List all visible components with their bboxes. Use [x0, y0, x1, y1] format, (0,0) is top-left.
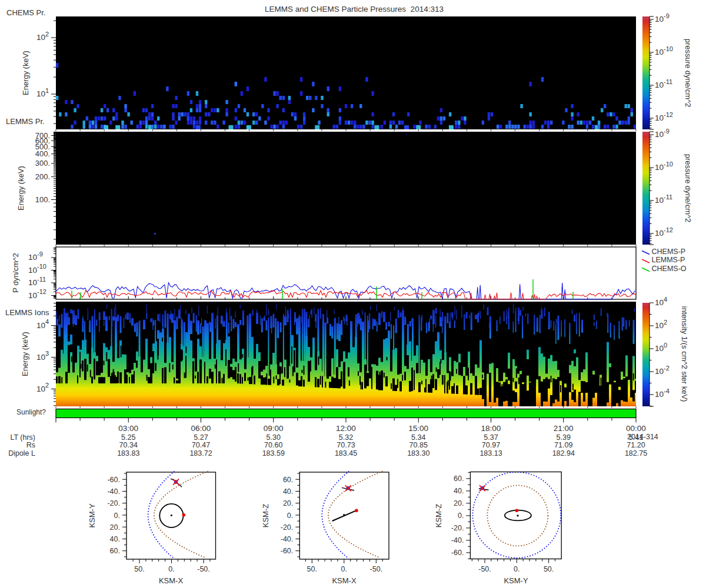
svg-text:-60.: -60.	[281, 547, 294, 555]
svg-text:5.37: 5.37	[484, 433, 498, 442]
svg-text:183.45: 183.45	[335, 449, 357, 457]
svg-text:20.: 20.	[454, 499, 464, 507]
svg-text:CHEMS Pr.: CHEMS Pr.	[6, 8, 45, 17]
svg-text:18:00: 18:00	[481, 424, 501, 433]
svg-text:50.: 50.	[307, 565, 317, 573]
svg-text:0.: 0.	[168, 565, 174, 573]
svg-text:70.73: 70.73	[337, 441, 355, 449]
svg-text:0.: 0.	[458, 512, 464, 520]
svg-text:-20.: -20.	[451, 524, 464, 532]
svg-text:KSM-Z: KSM-Z	[261, 504, 270, 528]
svg-text:182.94: 182.94	[552, 449, 575, 457]
svg-text:03:00: 03:00	[118, 424, 138, 433]
svg-text:-40.: -40.	[107, 487, 120, 496]
svg-text:LEMMS and CHEMS Particle Press: LEMMS and CHEMS Particle Pressures 2014:…	[265, 5, 444, 14]
svg-text:12:00: 12:00	[336, 424, 356, 433]
svg-text:LEMMS Ions: LEMMS Ions	[5, 308, 49, 317]
svg-text:Sunlight?: Sunlight?	[16, 408, 46, 416]
svg-text:100.: 100.	[35, 195, 50, 204]
svg-text:21:00: 21:00	[554, 424, 574, 433]
svg-text:09:00: 09:00	[264, 424, 284, 433]
svg-text:-40.: -40.	[281, 535, 294, 543]
svg-text:-20.: -20.	[107, 499, 120, 507]
svg-text:0.: 0.	[114, 512, 120, 520]
svg-text:pressure dyne/cm^2: pressure dyne/cm^2	[684, 39, 692, 108]
svg-text:-20.: -20.	[281, 523, 294, 532]
svg-text:71.20: 71.20	[627, 441, 645, 449]
svg-text:60.: 60.	[110, 547, 120, 555]
svg-text:-50.: -50.	[197, 565, 210, 573]
svg-text:15:00: 15:00	[408, 424, 428, 433]
svg-text:KSM-Y: KSM-Y	[504, 576, 528, 585]
svg-text:50.: 50.	[544, 565, 554, 573]
svg-text:5.32: 5.32	[339, 433, 353, 442]
svg-text:P dyn/cm^2: P dyn/cm^2	[11, 253, 20, 292]
svg-text:5.30: 5.30	[267, 433, 281, 442]
svg-text:0.: 0.	[287, 512, 293, 520]
svg-text:70.60: 70.60	[264, 441, 282, 449]
svg-text:70.85: 70.85	[409, 441, 428, 449]
svg-text:LT (hrs): LT (hrs)	[10, 433, 35, 442]
svg-text:5.25: 5.25	[121, 433, 135, 442]
svg-text:0.: 0.	[341, 565, 347, 573]
svg-text:200.: 200.	[35, 172, 50, 181]
svg-text:intensity 1/(s cm^2 ster keV): intensity 1/(s cm^2 ster keV)	[680, 306, 689, 402]
svg-text:183.30: 183.30	[407, 449, 429, 457]
svg-text:400.: 400.	[35, 149, 50, 158]
svg-text:-40.: -40.	[451, 536, 464, 544]
svg-text:2014-314: 2014-314	[627, 433, 658, 441]
svg-text:KSM-X: KSM-X	[332, 576, 357, 585]
svg-text:5.34: 5.34	[411, 433, 425, 442]
svg-text:Energy (keV): Energy (keV)	[21, 332, 29, 376]
svg-text:-60.: -60.	[107, 476, 120, 484]
svg-text:5.27: 5.27	[194, 433, 208, 442]
svg-text:20.: 20.	[110, 523, 120, 532]
svg-text:183.59: 183.59	[262, 449, 285, 457]
svg-text:KSM-Z: KSM-Z	[434, 504, 443, 528]
svg-text:70.97: 70.97	[482, 441, 500, 449]
svg-text:20.: 20.	[283, 499, 293, 507]
svg-text:KSM-X: KSM-X	[159, 576, 184, 585]
svg-text:-50.: -50.	[370, 565, 383, 573]
svg-text:182.75: 182.75	[625, 449, 647, 457]
svg-text:-50.: -50.	[478, 565, 491, 573]
svg-text:40.: 40.	[454, 487, 464, 495]
svg-text:300.: 300.	[35, 159, 50, 168]
svg-text:5.39: 5.39	[557, 433, 571, 442]
svg-text:70.34: 70.34	[119, 441, 138, 449]
svg-text:Dipole L: Dipole L	[8, 449, 35, 457]
svg-text:Energy (keV): Energy (keV)	[21, 51, 30, 95]
svg-text:71.09: 71.09	[554, 441, 572, 449]
svg-text:LEMMS-P: LEMMS-P	[652, 256, 685, 264]
svg-text:60.: 60.	[283, 476, 293, 484]
svg-text:60.: 60.	[454, 475, 464, 483]
svg-text:183.72: 183.72	[189, 449, 212, 457]
svg-text:pressure dyne/cm^2: pressure dyne/cm^2	[684, 154, 692, 223]
svg-text:183.13: 183.13	[479, 449, 502, 457]
svg-text:40.: 40.	[110, 535, 120, 543]
svg-text:50.: 50.	[134, 565, 144, 573]
svg-text:-60.: -60.	[451, 549, 464, 557]
svg-text:70.47: 70.47	[192, 441, 210, 449]
svg-text:Energy (keV): Energy (keV)	[16, 166, 25, 211]
svg-text:CHEMS-O: CHEMS-O	[652, 265, 687, 273]
svg-text:183.83: 183.83	[117, 449, 139, 457]
svg-text:Rs: Rs	[26, 441, 35, 449]
svg-text:0.: 0.	[514, 565, 519, 573]
svg-text:00:00: 00:00	[626, 424, 646, 433]
svg-text:40.: 40.	[283, 487, 293, 496]
svg-text:06:00: 06:00	[191, 424, 211, 433]
svg-text:CHEMS-P: CHEMS-P	[652, 248, 686, 256]
svg-text:LEMMS Pr.: LEMMS Pr.	[6, 117, 45, 126]
svg-text:KSM-Y: KSM-Y	[88, 503, 96, 528]
